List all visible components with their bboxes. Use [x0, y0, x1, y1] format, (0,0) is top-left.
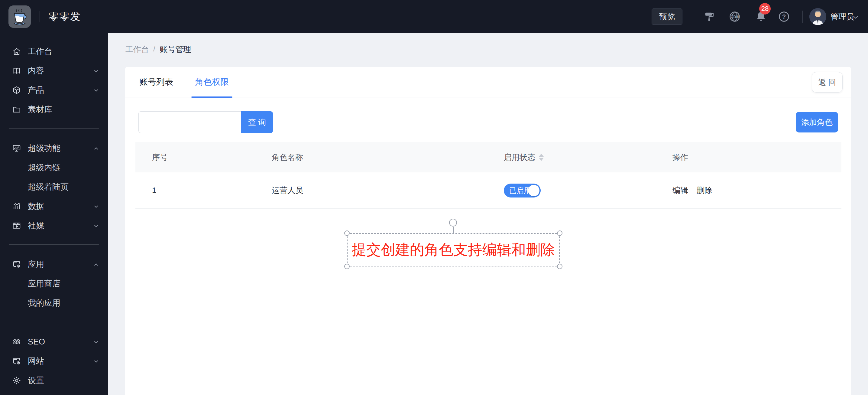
resize-handle-top-left[interactable]: [344, 230, 350, 236]
chevron-down-icon: [93, 68, 99, 75]
chevron-down-icon: [93, 339, 99, 345]
atom-icon: [12, 337, 21, 346]
delete-action[interactable]: 删除: [696, 185, 712, 196]
monitor-chart-icon: [12, 144, 21, 153]
sidebar-item-workbench[interactable]: 工作台: [0, 42, 108, 61]
add-role-button[interactable]: 添加角色: [796, 112, 838, 133]
tab-bar: 账号列表 角色权限 返 回: [125, 67, 851, 97]
breadcrumb-workbench[interactable]: 工作台: [125, 44, 149, 55]
coffee-cup-icon: [10, 7, 29, 26]
topbar: 零零发 预览 CDN 28 ?: [0, 0, 868, 33]
sidebar-item-content[interactable]: 内容: [0, 61, 108, 81]
toggle-knob: [528, 185, 539, 196]
sidebar-item-super-inner-links[interactable]: 超级内链: [0, 158, 108, 177]
sidebar-divider: [9, 322, 99, 322]
sidebar-item-label: 数据: [28, 201, 44, 212]
chevron-down-icon[interactable]: [852, 13, 860, 22]
sidebar-item-super-landing-page[interactable]: 超级着陆页: [0, 177, 108, 197]
sort-carets-icon[interactable]: [539, 153, 544, 161]
paint-roller-icon[interactable]: [703, 10, 715, 23]
search-bar: 查 询: [138, 111, 273, 133]
book-icon: [12, 66, 21, 75]
edit-action[interactable]: 编辑: [673, 185, 688, 196]
tab-role-permissions[interactable]: 角色权限: [191, 67, 232, 97]
notification-badge[interactable]: 28: [759, 3, 771, 15]
chevron-down-icon: [93, 87, 99, 94]
cell-index: 1: [135, 172, 255, 208]
breadcrumb-current: 账号管理: [160, 44, 191, 55]
sidebar-item-library[interactable]: 素材库: [0, 100, 108, 119]
table-header: 序号 角色名称 启用状态 操作: [135, 142, 841, 172]
sidebar-item-super-features[interactable]: 超级功能: [0, 139, 108, 158]
user-avatar[interactable]: [809, 8, 826, 25]
home-icon: [12, 47, 21, 56]
topbar-divider: [692, 10, 692, 23]
sidebar-item-product[interactable]: 产品: [0, 81, 108, 100]
cube-icon: [12, 86, 21, 95]
sidebar-item-label: SEO: [28, 337, 45, 347]
sidebar-item-my-apps[interactable]: 我的应用: [0, 293, 108, 313]
sidebar-divider: [9, 244, 99, 245]
resize-handle-bottom-left[interactable]: [344, 264, 350, 269]
cdn-icon[interactable]: CDN: [729, 10, 741, 23]
chevron-up-icon: [93, 145, 99, 152]
tab-account-list[interactable]: 账号列表: [136, 67, 177, 97]
sidebar-item-label: 应用: [28, 259, 44, 270]
search-input[interactable]: [138, 111, 241, 133]
user-name[interactable]: 管理员: [831, 0, 854, 33]
sidebar-item-label: 工作台: [28, 46, 52, 57]
chevron-down-icon: [93, 203, 99, 210]
resize-handle-bottom-right[interactable]: [557, 264, 562, 269]
search-button[interactable]: 查 询: [241, 111, 273, 133]
brand-name: 零零发: [49, 0, 81, 33]
sidebar-item-label: 网站: [28, 356, 44, 367]
sidebar-item-label: 超级功能: [28, 143, 60, 153]
column-header-index: 序号: [135, 142, 255, 172]
help-glyph: ?: [782, 13, 786, 20]
sidebar-item-settings[interactable]: 设置: [0, 371, 108, 390]
brand-divider: [39, 11, 40, 22]
app-logo[interactable]: [8, 5, 31, 28]
sidebar-item-apps[interactable]: 应用: [0, 255, 108, 274]
sidebar-item-label: 素材库: [28, 104, 52, 115]
chevron-down-icon: [93, 223, 99, 229]
cell-role-name: 运营人员: [255, 172, 487, 208]
roles-table: 序号 角色名称 启用状态 操作 1 运营人员: [135, 142, 841, 209]
main-content: 工作台 / 账号管理 账号列表 角色权限 返 回 查 询 添加角色 序号 角色名…: [108, 33, 868, 395]
annotation-text: 提交创建的角色支持编辑和删除: [352, 240, 555, 259]
sidebar-item-social-media[interactable]: 社媒: [0, 216, 108, 235]
sidebar-item-data[interactable]: 数据: [0, 197, 108, 216]
browser-gear-icon: [12, 357, 21, 366]
chevron-up-icon: [93, 261, 99, 268]
back-button[interactable]: 返 回: [812, 72, 843, 92]
preview-button[interactable]: 预览: [652, 8, 682, 25]
chevron-down-icon: [93, 358, 99, 365]
sidebar-item-label: 设置: [28, 375, 44, 386]
table-row: 1 运营人员 已启用 编辑 删除: [135, 172, 841, 209]
gear-icon: [12, 376, 21, 385]
roles-card: 账号列表 角色权限 返 回 查 询 添加角色 序号 角色名称 启用状态: [125, 67, 851, 395]
column-header-role-name: 角色名称: [255, 142, 487, 172]
sidebar-item-website[interactable]: 网站: [0, 351, 108, 371]
sidebar-item-label: 产品: [28, 85, 44, 95]
breadcrumb-separator: /: [153, 44, 155, 55]
app-window-gear-icon: [12, 260, 21, 269]
sidebar-item-seo[interactable]: SEO: [0, 332, 108, 351]
sidebar-item-label: 内容: [28, 65, 44, 76]
sidebar-item-label: 社媒: [28, 220, 44, 231]
annotation-selection-box[interactable]: 提交创建的角色支持编辑和删除: [347, 233, 560, 266]
status-toggle[interactable]: 已启用: [504, 184, 541, 198]
video-icon: [12, 221, 21, 230]
resize-handle-top-right[interactable]: [557, 230, 562, 236]
sidebar: 工作台 内容 产品 素材库 超级功能 超级内链 超级: [0, 33, 108, 395]
column-header-actions: 操作: [656, 142, 841, 172]
breadcrumb: 工作台 / 账号管理: [125, 44, 191, 55]
rotate-handle[interactable]: [449, 219, 457, 227]
column-header-status: 启用状态: [487, 142, 656, 172]
help-icon[interactable]: ?: [778, 10, 790, 23]
topbar-divider: [802, 10, 803, 23]
rotate-handle-stem: [453, 227, 454, 234]
sidebar-item-app-store[interactable]: 应用商店: [0, 274, 108, 293]
folder-icon: [12, 105, 21, 114]
cdn-label: CDN: [731, 15, 739, 19]
